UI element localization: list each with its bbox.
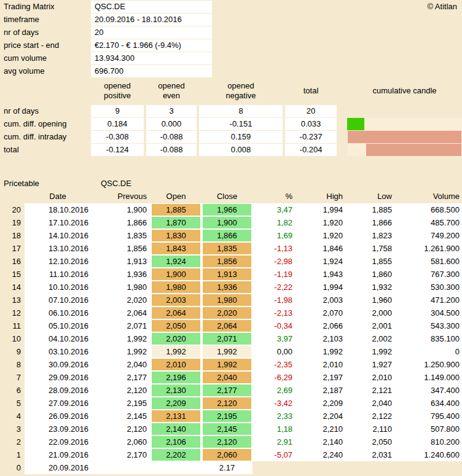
low-cell[interactable]: 2,031: [346, 448, 396, 461]
matrix-cell[interactable]: 8: [199, 105, 283, 117]
prevous-cell[interactable]: 1,992: [91, 332, 151, 345]
close-cell[interactable]: 2,040: [202, 371, 253, 384]
date-cell[interactable]: 04.10.2016: [25, 332, 91, 345]
low-cell[interactable]: 1,855: [346, 255, 396, 268]
close-cell[interactable]: 2,145: [202, 423, 253, 435]
percent-cell[interactable]: 3,97: [253, 332, 296, 345]
summary-value-cell[interactable]: 696.700: [91, 65, 212, 77]
close-cell[interactable]: 1,936: [202, 281, 253, 294]
prevous-cell[interactable]: 1,866: [91, 216, 151, 229]
percent-cell[interactable]: -1,19: [253, 268, 296, 281]
date-cell[interactable]: 10.10.2016: [25, 281, 91, 294]
volume-cell[interactable]: 634.400: [396, 397, 462, 410]
volume-cell[interactable]: 810.200: [396, 435, 462, 448]
percent-cell[interactable]: -3,42: [253, 397, 296, 410]
low-cell[interactable]: 2,121: [346, 384, 396, 397]
prevous-cell[interactable]: 1,913: [91, 255, 151, 268]
date-cell[interactable]: 29.09.2016: [25, 371, 91, 384]
volume-cell[interactable]: 0: [396, 345, 462, 358]
open-cell[interactable]: 2,003: [151, 294, 202, 306]
close-cell[interactable]: 1,992: [202, 345, 253, 358]
open-cell[interactable]: 2,130: [151, 384, 202, 397]
low-cell[interactable]: 2,000: [346, 306, 396, 319]
matrix-cell[interactable]: 0.184: [91, 118, 144, 130]
percent-cell[interactable]: 0,00: [253, 345, 296, 358]
close-cell[interactable]: 1,866: [202, 229, 253, 242]
percent-cell[interactable]: -2,22: [253, 281, 296, 294]
high-cell[interactable]: 2,066: [296, 319, 346, 332]
percent-cell[interactable]: 2,33: [253, 410, 296, 423]
volume-cell[interactable]: 1.250.900: [396, 358, 462, 371]
close-cell[interactable]: 2,195: [202, 410, 253, 423]
prevous-cell[interactable]: 2,177: [91, 371, 151, 384]
open-cell[interactable]: 2,209: [151, 397, 202, 410]
prevous-cell[interactable]: 2,071: [91, 319, 151, 332]
date-cell[interactable]: 22.09.2016: [25, 435, 91, 448]
matrix-cell[interactable]: 0.159: [199, 131, 283, 143]
low-cell[interactable]: 2,122: [346, 410, 396, 423]
high-cell[interactable]: 2,209: [296, 397, 346, 410]
high-cell[interactable]: 2,103: [296, 332, 346, 345]
matrix-cell[interactable]: 0.000: [146, 118, 197, 130]
volume-cell[interactable]: 1.149.000: [396, 371, 462, 384]
volume-cell[interactable]: 347.400: [396, 384, 462, 397]
percent-cell[interactable]: [253, 461, 296, 474]
low-cell[interactable]: 2,050: [346, 435, 396, 448]
low-cell[interactable]: 2,110: [346, 423, 396, 435]
summary-value-cell[interactable]: 20.09.2016 - 18.10.2016: [91, 14, 212, 26]
matrix-cell[interactable]: -0.088: [146, 131, 197, 143]
date-cell[interactable]: 13.10.2016: [25, 242, 91, 255]
volume-cell[interactable]: 507.800: [396, 423, 462, 435]
date-cell[interactable]: 17.10.2016: [25, 216, 91, 229]
low-cell[interactable]: 1,823: [346, 229, 396, 242]
low-cell[interactable]: 2,002: [346, 332, 396, 345]
volume-cell[interactable]: 471.200: [396, 294, 462, 306]
prevous-cell[interactable]: 2,040: [91, 358, 151, 371]
low-cell[interactable]: 2,040: [346, 397, 396, 410]
prevous-cell[interactable]: 2,120: [91, 423, 151, 435]
volume-cell[interactable]: 795.400: [396, 410, 462, 423]
prevous-cell[interactable]: 1,900: [91, 203, 151, 216]
matrix-cell[interactable]: 9: [91, 105, 144, 117]
percent-cell[interactable]: -2,98: [253, 255, 296, 268]
low-cell[interactable]: 2,010: [346, 371, 396, 384]
matrix-cell[interactable]: -0.124: [91, 144, 144, 156]
date-cell[interactable]: 21.09.2016: [25, 448, 91, 461]
date-cell[interactable]: 20.09.2016: [25, 461, 91, 474]
high-cell[interactable]: 1,992: [296, 345, 346, 358]
open-cell[interactable]: 2,010: [151, 358, 202, 371]
volume-cell[interactable]: 1.240.600: [396, 448, 462, 461]
high-cell[interactable]: 1,924: [296, 255, 346, 268]
close-cell[interactable]: 1,992: [202, 358, 253, 371]
percent-cell[interactable]: -1,13: [253, 242, 296, 255]
close-cell[interactable]: 2,064: [202, 319, 253, 332]
summary-value-cell[interactable]: 20: [91, 26, 212, 39]
open-cell[interactable]: 1,900: [151, 268, 202, 281]
open-cell[interactable]: 2,064: [151, 306, 202, 319]
low-cell[interactable]: 1,992: [346, 345, 396, 358]
close-cell[interactable]: 2,177: [202, 384, 253, 397]
close-cell[interactable]: 2,020: [202, 306, 253, 319]
high-cell[interactable]: 2,187: [296, 384, 346, 397]
symbol-cell[interactable]: QSC.DE: [91, 1, 212, 13]
high-cell[interactable]: 2,210: [296, 423, 346, 435]
close-cell[interactable]: 1,966: [202, 203, 253, 216]
open-cell[interactable]: 1,830: [151, 229, 202, 242]
close-cell[interactable]: 2,060: [202, 448, 253, 461]
volume-cell[interactable]: 749.200: [396, 229, 462, 242]
close-cell[interactable]: 2,120: [202, 397, 253, 410]
high-cell[interactable]: 2,240: [296, 448, 346, 461]
date-cell[interactable]: 18.10.2016: [25, 203, 91, 216]
open-cell[interactable]: 1,924: [151, 255, 202, 268]
percent-cell[interactable]: -1,98: [253, 294, 296, 306]
open-cell[interactable]: 2,106: [151, 435, 202, 448]
high-cell[interactable]: 2,197: [296, 371, 346, 384]
date-cell[interactable]: 26.09.2016: [25, 410, 91, 423]
date-cell[interactable]: 28.09.2016: [25, 384, 91, 397]
low-cell[interactable]: [346, 461, 396, 474]
prevous-cell[interactable]: 2,064: [91, 306, 151, 319]
percent-cell[interactable]: -6,29: [253, 371, 296, 384]
volume-cell[interactable]: 835.100: [396, 332, 462, 345]
prevous-cell[interactable]: 1,835: [91, 229, 151, 242]
high-cell[interactable]: 1,994: [296, 203, 346, 216]
